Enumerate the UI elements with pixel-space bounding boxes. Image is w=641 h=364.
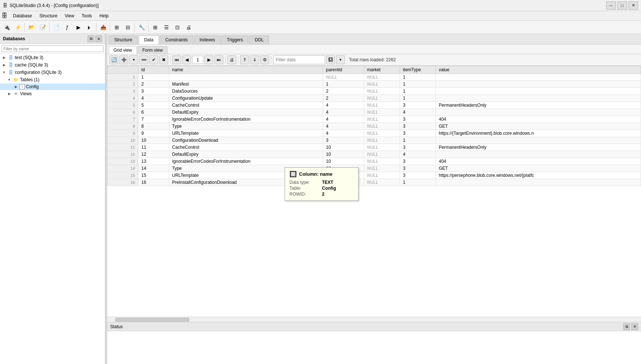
restore-button[interactable]: □ <box>617 1 627 10</box>
toolbar-print-button[interactable]: 🖨 <box>183 22 194 32</box>
filter-input[interactable] <box>1 45 104 52</box>
col-header-market[interactable]: market <box>364 66 400 74</box>
minimize-button[interactable]: ─ <box>606 1 616 10</box>
cell-name[interactable]: DefaultExpiry <box>169 151 323 158</box>
tab-constraints[interactable]: Constraints <box>160 35 193 44</box>
cell-parentid[interactable]: 4 <box>323 123 364 130</box>
dt-rollback-button[interactable]: ✖ <box>159 55 168 64</box>
sidebar-close-button[interactable]: ✕ <box>95 35 102 42</box>
cell-parentid[interactable]: 4 <box>323 130 364 137</box>
cell-market[interactable]: NULL <box>364 151 400 158</box>
toolbar-col-view-button[interactable]: ⊞ <box>150 22 160 32</box>
cell-parentid[interactable]: 1 <box>323 81 364 88</box>
table-row[interactable]: 1111CacheControl10NULL3PermanentHeadersO… <box>108 144 641 151</box>
toolbar-export-button[interactable]: 📤 <box>98 22 108 32</box>
cell-parentid[interactable]: 10 <box>323 144 364 151</box>
cell-itemtype[interactable]: 3 <box>400 144 435 151</box>
cell-name[interactable]: IgnorableErrorCodesForInstrumentation <box>169 116 323 123</box>
toolbar-add-db-button[interactable]: 📂 <box>26 22 37 32</box>
cell-id[interactable]: 11 <box>138 144 169 151</box>
cell-parentid[interactable]: 2 <box>323 95 364 102</box>
dt-filter-dropdown-button[interactable]: ▼ <box>336 55 345 64</box>
cell-market[interactable]: NULL <box>364 123 400 130</box>
cell-value[interactable]: PermanentHeadersOnly <box>436 102 641 109</box>
table-row[interactable]: 66DefaultExpiry4NULL4 <box>108 109 641 116</box>
menu-database[interactable]: Database <box>10 12 35 20</box>
sidebar-item-test-db[interactable]: ▶ 🗄 test (SQLite 3) <box>0 54 105 61</box>
toolbar-settings-button[interactable]: 🔧 <box>136 22 147 32</box>
cell-name[interactable]: Manifest <box>169 81 323 88</box>
cell-id[interactable]: 13 <box>138 158 169 165</box>
dt-last-page-button[interactable]: ⏭ <box>214 55 223 64</box>
cell-value[interactable]: GET <box>436 165 641 172</box>
table-row[interactable]: 33DataSources2NULL1 <box>108 88 641 95</box>
cell-value[interactable]: GET <box>436 123 641 130</box>
cell-id[interactable]: 10 <box>138 137 169 144</box>
toolbar-execute-all-button[interactable]: ⏵ <box>84 22 95 32</box>
dt-sort-desc-button[interactable]: ⇓ <box>250 55 259 64</box>
tab-ddl[interactable]: DDL <box>249 35 269 44</box>
status-maximize-button[interactable]: ⧉ <box>623 323 630 330</box>
cell-value[interactable] <box>436 179 641 186</box>
tab-grid-view[interactable]: Grid view <box>109 46 137 54</box>
cell-market[interactable]: NULL <box>364 109 400 116</box>
menu-help[interactable]: Help <box>96 12 112 20</box>
cell-market[interactable]: NULL <box>364 179 400 186</box>
table-row[interactable]: 11NULLNULL1 <box>108 74 641 81</box>
cell-market[interactable]: NULL <box>364 165 400 172</box>
cell-market[interactable]: NULL <box>364 172 400 179</box>
table-row[interactable]: 1616PreInstallConfigurationDownload3NULL… <box>108 179 641 186</box>
cell-itemtype[interactable]: 3 <box>400 102 435 109</box>
cell-itemtype[interactable]: 3 <box>400 123 435 130</box>
cell-market[interactable]: NULL <box>364 130 400 137</box>
toolbar-connect-button[interactable]: 🔌 <box>1 22 12 32</box>
dt-sort-options-button[interactable]: ⚙ <box>260 55 269 64</box>
cell-name[interactable] <box>169 74 323 81</box>
col-header-id[interactable]: id <box>138 66 169 74</box>
cell-itemtype[interactable]: 3 <box>400 172 435 179</box>
dt-sort-asc-button[interactable]: ⇑ <box>240 55 249 64</box>
table-row[interactable]: 1010ConfigurationDownload3NULL1 <box>108 137 641 144</box>
cell-name[interactable]: DataSources <box>169 88 323 95</box>
cell-value[interactable]: PermanentHeadersOnly <box>436 144 641 151</box>
sidebar-item-config-table[interactable]: ▶ T Config <box>0 83 105 90</box>
data-table-container[interactable]: id name parentId market itemType value 1… <box>107 66 641 317</box>
table-row[interactable]: 88Type4NULL3GET <box>108 123 641 130</box>
dt-add-dropdown-button[interactable]: ▼ <box>129 55 138 64</box>
cell-id[interactable]: 1 <box>138 74 169 81</box>
cell-name[interactable]: URLTemplate <box>169 130 323 137</box>
cell-value[interactable]: https://{TargetEnvironment}.blob.core.wi… <box>436 130 641 137</box>
col-header-itemtype[interactable]: itemType <box>400 66 435 74</box>
cell-parentid[interactable]: 2 <box>323 88 364 95</box>
toolbar-expand-all-button[interactable]: ⊞ <box>112 22 122 32</box>
cell-value[interactable] <box>436 109 641 116</box>
sidebar-item-cache-db[interactable]: ▶ 🗄 cache (SQLite 3) <box>0 61 105 69</box>
cell-name[interactable]: DefaultExpiry <box>169 109 323 116</box>
scrollbar-thumb[interactable] <box>115 318 189 322</box>
tab-indexes[interactable]: Indexes <box>194 35 221 44</box>
cell-market[interactable]: NULL <box>364 95 400 102</box>
cell-parentid[interactable]: 10 <box>323 158 364 165</box>
filter-data-input[interactable] <box>273 55 325 64</box>
cell-itemtype[interactable]: 1 <box>400 74 435 81</box>
dt-first-page-button[interactable]: ⏮ <box>172 55 181 64</box>
cell-name[interactable]: ConfigurationUpdate <box>169 95 323 102</box>
cell-value[interactable] <box>436 137 641 144</box>
table-row[interactable]: 1515URLTemplate10NULL3https://persephone… <box>108 172 641 179</box>
cell-id[interactable]: 16 <box>138 179 169 186</box>
cell-parentid[interactable]: NULL <box>323 74 364 81</box>
cell-itemtype[interactable]: 3 <box>400 116 435 123</box>
table-row[interactable]: 44ConfigurationUpdate2NULL1 <box>108 95 641 102</box>
cell-itemtype[interactable]: 4 <box>400 151 435 158</box>
col-header-parentid[interactable]: parentId <box>323 66 364 74</box>
tab-triggers[interactable]: Triggers <box>221 35 249 44</box>
dt-delete-button[interactable]: ➖ <box>139 55 148 64</box>
cell-value[interactable] <box>436 95 641 102</box>
cell-value[interactable] <box>436 151 641 158</box>
cell-value[interactable] <box>436 88 641 95</box>
cell-itemtype[interactable]: 3 <box>400 165 435 172</box>
cell-value[interactable] <box>436 81 641 88</box>
sidebar-item-tables[interactable]: ▼ 📁 Tables (1) <box>0 76 105 83</box>
cell-itemtype[interactable]: 1 <box>400 95 435 102</box>
cell-id[interactable]: 7 <box>138 116 169 123</box>
